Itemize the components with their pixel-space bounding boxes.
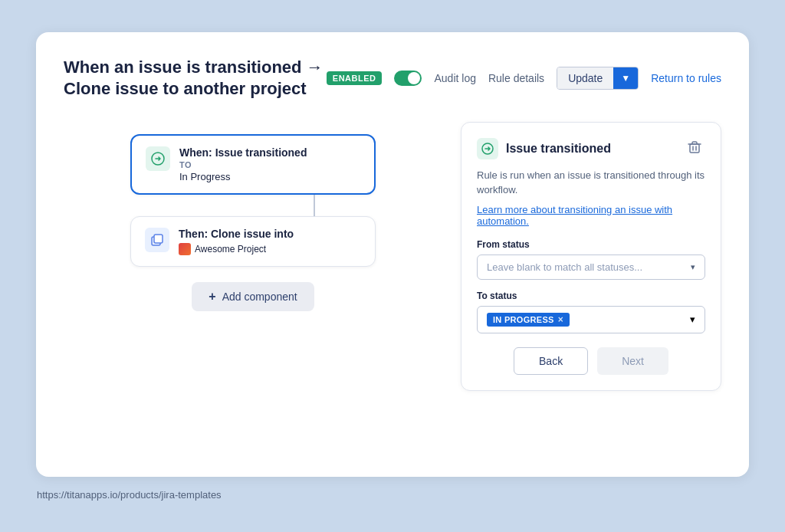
to-status-label: To status xyxy=(477,291,705,301)
to-status-select[interactable]: IN PROGRESS × ▾ xyxy=(477,306,705,333)
trigger-card[interactable]: When: Issue transitioned TO In Progress xyxy=(130,134,376,195)
trigger-card-detail: In Progress xyxy=(179,171,307,182)
svg-rect-2 xyxy=(154,235,163,243)
next-button[interactable]: Next xyxy=(597,347,668,375)
detail-title: Issue transitioned xyxy=(506,142,611,156)
from-status-placeholder: Leave blank to match all statuses... xyxy=(487,261,642,273)
action-card-text: Then: Clone issue into Awesome Project xyxy=(179,228,294,255)
detail-panel: Issue transitioned Rule is run when an i… xyxy=(461,122,721,391)
detail-header-left: Issue transitioned xyxy=(477,138,611,159)
detail-icon xyxy=(477,138,498,159)
trigger-card-text: When: Issue transitioned TO In Progress xyxy=(179,146,307,182)
detail-header: Issue transitioned xyxy=(477,138,705,160)
enabled-badge: ENABLED xyxy=(327,71,383,85)
chevron-down-icon: ▾ xyxy=(691,262,695,272)
trash-icon xyxy=(687,140,702,155)
update-btn-group: Update ▼ xyxy=(557,67,639,90)
plus-icon: + xyxy=(209,290,215,304)
trigger-card-sub: TO xyxy=(179,160,307,169)
clone-icon xyxy=(149,232,165,248)
action-card-title: Then: Clone issue into xyxy=(179,228,294,240)
header-actions: ENABLED Audit log Rule details Update ▼ … xyxy=(327,67,721,90)
main-card: When an issue is transitioned → Clone is… xyxy=(36,32,749,477)
update-button[interactable]: Update xyxy=(557,67,613,89)
action-icon xyxy=(145,228,169,252)
in-progress-tag: IN PROGRESS × xyxy=(487,313,570,327)
main-content: When: Issue transitioned TO In Progress … xyxy=(64,122,721,391)
delete-button[interactable] xyxy=(684,138,705,160)
return-to-rules-link[interactable]: Return to rules xyxy=(651,72,721,84)
from-status-label: From status xyxy=(477,239,705,250)
chevron-down-icon: ▾ xyxy=(690,314,695,325)
from-status-select[interactable]: Leave blank to match all statuses... ▾ xyxy=(477,255,705,280)
enabled-toggle[interactable] xyxy=(394,71,422,86)
trigger-icon xyxy=(146,146,170,171)
footer-url: https://titanapps.io/products/jira-templ… xyxy=(0,489,222,501)
rule-details-link[interactable]: Rule details xyxy=(488,72,544,84)
page-title: When an issue is transitioned → Clone is… xyxy=(64,57,324,100)
chevron-down-icon: ▼ xyxy=(621,73,630,84)
action-card-project: Awesome Project xyxy=(179,243,294,255)
status-tags: IN PROGRESS × xyxy=(487,313,570,327)
learn-more-link[interactable]: Learn more about transitioning an issue … xyxy=(477,204,705,227)
detail-footer: Back Next xyxy=(477,347,705,375)
audit-log-link[interactable]: Audit log xyxy=(434,72,475,84)
detail-description: Rule is run when an issue is transitione… xyxy=(477,168,705,198)
project-name: Awesome Project xyxy=(195,244,266,255)
add-component-button[interactable]: + Add component xyxy=(192,282,314,311)
trigger-card-title: When: Issue transitioned xyxy=(179,146,307,159)
detail-trigger-icon xyxy=(481,142,494,156)
flow-connector xyxy=(314,195,315,216)
action-card[interactable]: Then: Clone issue into Awesome Project xyxy=(130,216,376,267)
svg-rect-4 xyxy=(690,144,699,153)
header: When an issue is transitioned → Clone is… xyxy=(64,57,721,100)
update-dropdown-button[interactable]: ▼ xyxy=(613,67,638,89)
project-icon xyxy=(179,243,191,255)
back-button[interactable]: Back xyxy=(514,347,588,375)
flow-panel: When: Issue transitioned TO In Progress … xyxy=(64,122,442,391)
remove-tag-button[interactable]: × xyxy=(558,314,563,325)
issue-transition-icon xyxy=(150,151,166,166)
